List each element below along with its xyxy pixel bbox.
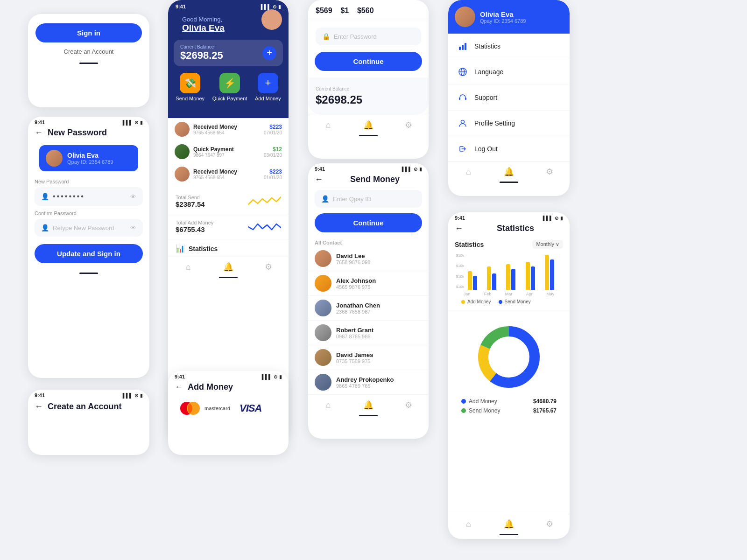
contact-name-2: Jonathan Chen [336,302,380,309]
bar-group-feb [487,266,503,290]
legend-add-label: Add Money [467,299,491,304]
home-nav3-icon[interactable]: ⌂ [323,400,333,410]
bell-nav4-icon[interactable]: 🔔 [504,167,514,177]
menu-logout[interactable]: Log Out [448,136,570,161]
add-money-label: Add Money [255,96,281,101]
enter-password-continue-btn[interactable]: Continue [315,52,422,71]
bar-chart [466,252,563,290]
quick-payment-icon: ⚡ [219,73,240,93]
language-menu-label: Language [474,68,503,76]
sendmoney-continue-btn[interactable]: Continue [315,213,422,232]
donut-send-label: Send Money [469,407,500,414]
legend-send-dot [499,300,502,304]
sendmoney-time: 9:41 [315,166,325,172]
chart-filter[interactable]: Monthly ∨ [532,240,563,249]
contact-num-0: 7658 9876 098 [336,259,370,265]
home-nav5-icon[interactable]: ⌂ [463,519,473,529]
create-account-link[interactable]: Create an Account [35,48,142,55]
sendmoney-status-icons: ▌▌▌ ⊙ ▮ [402,167,422,172]
bell-nav3-icon[interactable]: 🔔 [363,400,374,410]
donut-add-value: $4680.79 [533,398,557,405]
balance-card-label2: Current Balance [316,86,421,91]
menu-statistics[interactable]: Statistics [448,34,570,59]
contact-name-0: David Lee [336,252,370,259]
addmoney-status: 9:41 ▌▌▌ ⊙ ▮ [168,371,289,380]
createaccount-card: 9:41 ▌▌▌ ⊙ ▮ ← Create an Account [28,390,149,455]
lock2-icon: 👤 [41,224,49,231]
send-money-card: 9:41 ▌▌▌ ⊙ ▮ ← Send Money 👤 Enter Qpay I… [308,163,429,439]
add-balance-button[interactable]: + [262,46,276,60]
status-time2: 9:41 [35,392,45,398]
statistics-status: 9:41 ▌▌▌ ⊙ ▮ [448,212,570,222]
contact-num-1: 4565 9876 975 [336,284,376,290]
contact-row-1[interactable]: Alex Johnson 4565 9876 975 [308,271,429,296]
contact-avatar-2 [315,300,331,316]
add-money-action[interactable]: + Add Money [255,73,281,101]
addmoney-status-icons: ▌▌▌ ⊙ ▮ [262,374,282,379]
sendmoney-title: Send Money [328,175,422,184]
signin-button[interactable]: Sign in [35,23,142,42]
contact-num-4: 8735 7589 975 [336,358,374,364]
svg-rect-8 [459,98,460,100]
bar-feb-send [492,273,496,290]
grid-nav4-icon[interactable]: ⚙ [544,167,555,177]
contact-name-5: Andrey Prokopenko [336,376,394,383]
home-nav4-icon[interactable]: ⌂ [463,167,473,177]
menu-support[interactable]: Support [448,85,570,111]
transaction-row-0: Received Money 9765 4568 654 $223 07/01/… [168,118,289,140]
grid-nav-icon[interactable]: ⚙ [263,262,274,272]
eye2-icon[interactable]: 👁 [130,224,136,231]
signin-card: Sign in Create an Account [28,14,149,107]
grid-nav2-icon[interactable]: ⚙ [403,120,414,130]
bottom-nav-dashboard: ⌂ 🔔 ⚙ [168,257,289,274]
back-arrow2-icon[interactable]: ← [35,402,43,412]
home-nav2-icon[interactable]: ⌂ [323,120,333,130]
contact-row-4[interactable]: David James 8735 7589 975 [308,345,429,370]
addmoney-back-icon[interactable]: ← [175,382,183,392]
total-send-row: Total Send $2387.54 [168,189,289,214]
dashboard-header: 9:41 ▌▌▌ ⊙ ▮ Good Morning, Olivia Eva Cu… [168,0,289,118]
trans-amount-0: $223 [264,124,282,130]
contact-row-2[interactable]: Jonathan Chen 2368 7658 987 [308,296,429,321]
bar-mar-add [506,264,510,290]
back-arrow-icon[interactable]: ← [35,128,43,138]
contact-name-3: Robert Grant [336,327,374,334]
donut-send-money-row: Send Money $1765.67 [461,407,557,414]
qpay-id-input[interactable]: 👤 Enter Qpay ID [315,190,422,208]
grid-nav5-icon[interactable]: ⚙ [544,519,555,529]
statistics-link[interactable]: Statistics [189,245,218,252]
bar-mar-send [511,269,515,290]
sendmoney-back-icon[interactable]: ← [315,175,323,184]
new-password-input[interactable]: 👤 •••••••• 👁 [35,187,143,206]
eye-icon[interactable]: 👁 [130,193,136,200]
confirm-password-input[interactable]: 👤 Retype New Password 👁 [35,219,143,237]
bell-nav5-icon[interactable]: 🔔 [504,519,514,529]
contact-row-5[interactable]: Andrey Prokopenko 9865 4789 765 [308,370,429,395]
bottom-nav-sendmoney: ⌂ 🔔 ⚙ [308,395,429,412]
sendmoney-signal: ▌▌▌ [402,167,412,172]
visa-logo[interactable]: VISA [240,402,261,414]
dashboard-avatar [261,9,282,30]
enter-password-input[interactable]: 🔒 Enter Password [316,28,421,45]
update-signin-button[interactable]: Update and Sign in [35,244,143,263]
quick-payment-action[interactable]: ⚡ Quick Payment [212,73,247,101]
contact-row-3[interactable]: Robert Grant 0987 8765 986 [308,321,429,345]
statistics-back-icon[interactable]: ← [455,224,463,233]
stats-wifi: ⊙ [555,216,558,221]
trans-date-2: 01/01/20 [264,175,282,180]
menu-profile-setting[interactable]: Profile Setting [448,111,570,136]
bell-nav-icon[interactable]: 🔔 [223,262,233,272]
balance-label: Current Balance [180,44,223,49]
home-nav-icon[interactable]: ⌂ [183,262,193,272]
grid-nav3-icon[interactable]: ⚙ [403,400,414,410]
mastercard-logo[interactable]: mastercard [177,400,230,416]
menu-language[interactable]: Language [448,59,570,85]
send-money-action[interactable]: 💸 Send Money [176,73,204,101]
contact-row-0[interactable]: David Lee 7658 9876 098 [308,246,429,271]
contact-num-3: 0987 8765 986 [336,334,374,339]
battery2-icon: ▮ [140,393,143,398]
bell-nav2-icon[interactable]: 🔔 [363,120,374,130]
dashboard-actions: 💸 Send Money ⚡ Quick Payment + Add Money [168,66,289,109]
profile-username: Olivia Eva [480,10,526,18]
bar-apr-add [526,262,530,290]
